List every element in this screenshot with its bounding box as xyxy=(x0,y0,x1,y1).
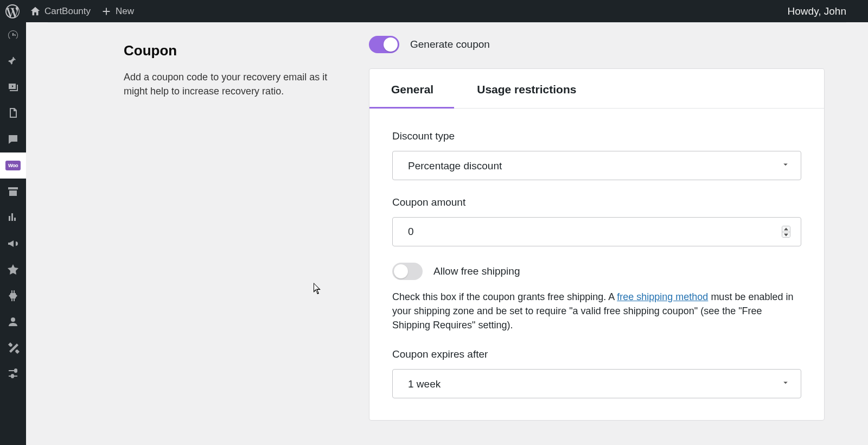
sidebar-analytics[interactable] xyxy=(0,205,26,231)
site-name-label: CartBounty xyxy=(44,6,91,17)
free-shipping-help: Check this box if the coupon grants free… xyxy=(392,290,801,332)
coupon-amount-label: Coupon amount xyxy=(392,196,801,208)
sidebar-users[interactable] xyxy=(0,309,26,335)
coupon-intro: Coupon Add a coupon code to your recover… xyxy=(124,36,352,98)
free-shipping-label: Allow free shipping xyxy=(433,265,520,277)
media-icon xyxy=(7,81,20,94)
chart-bar-icon xyxy=(7,211,20,224)
coupon-amount-input[interactable] xyxy=(392,217,801,246)
free-shipping-toggle[interactable] xyxy=(392,263,423,280)
comments-icon xyxy=(7,133,20,146)
coupon-amount-field: Coupon amount xyxy=(392,196,801,246)
sidebar-settings[interactable] xyxy=(0,361,26,387)
coupon-expires-field: Coupon expires after 1 week xyxy=(392,348,801,398)
new-content-button[interactable]: New xyxy=(100,5,134,17)
plugins-icon xyxy=(7,289,20,302)
dashboard-icon xyxy=(7,29,20,42)
stepper-up[interactable] xyxy=(782,226,790,232)
stepper-down[interactable] xyxy=(782,232,790,237)
admin-sidebar: Woo xyxy=(0,22,26,445)
tools-icon xyxy=(7,341,20,354)
coupon-expires-select[interactable]: 1 week xyxy=(392,369,801,398)
chevron-up-icon xyxy=(784,227,788,231)
sidebar-media[interactable] xyxy=(0,74,26,100)
appearance-icon xyxy=(7,263,20,276)
coupon-settings: Generate coupon General Usage restrictio… xyxy=(369,36,825,421)
sidebar-dashboard[interactable] xyxy=(0,22,26,48)
free-shipping-row: Allow free shipping xyxy=(392,263,801,280)
coupon-amount-input-wrap xyxy=(392,217,801,246)
content-wrap: Coupon Add a coupon code to your recover… xyxy=(48,22,846,421)
plus-icon xyxy=(100,5,112,17)
main-content: Coupon Add a coupon code to your recover… xyxy=(26,22,868,445)
coupon-expires-select-wrap: 1 week xyxy=(392,369,801,398)
toggle-knob xyxy=(394,264,408,278)
sidebar-marketing[interactable] xyxy=(0,231,26,257)
wp-logo-button[interactable] xyxy=(5,4,20,18)
coupon-tabbar: General Usage restrictions xyxy=(369,69,824,109)
discount-type-label: Discount type xyxy=(392,130,801,142)
tab-general[interactable]: General xyxy=(391,69,433,108)
megaphone-icon xyxy=(7,237,20,250)
sidebar-tools[interactable] xyxy=(0,335,26,361)
coupon-expires-label: Coupon expires after xyxy=(392,348,801,360)
tab-usage-restrictions[interactable]: Usage restrictions xyxy=(477,69,576,108)
free-shipping-field: Allow free shipping Check this box if th… xyxy=(392,263,801,332)
coupon-card-body: Discount type Percentage discount xyxy=(369,109,824,420)
wp-admin-bar: CartBounty New Howdy, John xyxy=(0,0,868,22)
generate-coupon-row: Generate coupon xyxy=(369,36,825,53)
home-icon xyxy=(29,5,41,17)
howdy-label: Howdy, John xyxy=(788,5,846,17)
adminbar-howdy[interactable]: Howdy, John xyxy=(788,5,868,17)
discount-type-field: Discount type Percentage discount xyxy=(392,130,801,180)
chevron-down-icon xyxy=(784,233,788,237)
free-shipping-help-before: Check this box if the coupon grants free… xyxy=(392,291,617,302)
sidebar-plugins[interactable] xyxy=(0,283,26,309)
generate-coupon-label: Generate coupon xyxy=(410,39,490,50)
discount-type-select-wrap: Percentage discount xyxy=(392,151,801,180)
coupon-amount-stepper xyxy=(782,226,790,238)
sidebar-products[interactable] xyxy=(0,179,26,205)
archive-icon xyxy=(7,185,20,198)
sidebar-pages[interactable] xyxy=(0,100,26,126)
discount-type-select[interactable]: Percentage discount xyxy=(392,151,801,180)
sidebar-woocommerce[interactable]: Woo xyxy=(0,152,26,179)
new-label: New xyxy=(116,6,134,17)
sidebar-comments[interactable] xyxy=(0,126,26,152)
sidebar-appearance[interactable] xyxy=(0,257,26,283)
adminbar-left: CartBounty New xyxy=(0,4,134,18)
wordpress-icon xyxy=(5,4,20,18)
coupon-card: General Usage restrictions Discount type… xyxy=(369,68,825,421)
pushpin-icon xyxy=(7,55,20,68)
site-home-button[interactable]: CartBounty xyxy=(29,5,91,17)
free-shipping-method-link[interactable]: free shipping method xyxy=(617,291,708,302)
woocommerce-icon: Woo xyxy=(5,161,21,170)
users-icon xyxy=(7,315,20,328)
generate-coupon-toggle[interactable] xyxy=(369,36,399,53)
coupon-description: Add a coupon code to your recovery email… xyxy=(124,70,330,98)
sidebar-posts[interactable] xyxy=(0,48,26,74)
coupon-title: Coupon xyxy=(124,42,352,59)
settings-icon xyxy=(7,367,20,380)
coupon-section: Coupon Add a coupon code to your recover… xyxy=(124,36,825,421)
pages-icon xyxy=(7,107,20,120)
toggle-knob xyxy=(384,37,398,52)
